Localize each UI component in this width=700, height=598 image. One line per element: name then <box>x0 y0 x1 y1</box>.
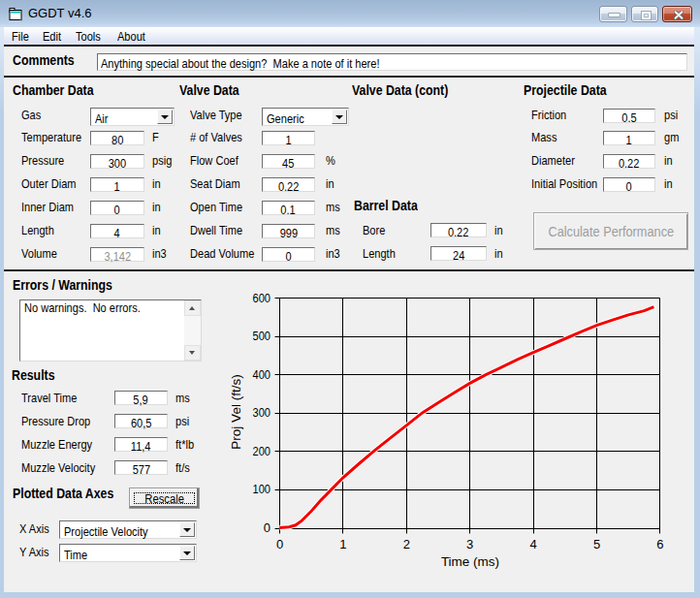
svg-text:100: 100 <box>253 482 271 496</box>
svg-text:Proj Vel (ft/s): Proj Vel (ft/s) <box>229 374 243 449</box>
svg-text:500: 500 <box>253 329 271 343</box>
svg-text:6: 6 <box>656 537 663 551</box>
svg-text:2: 2 <box>403 537 410 551</box>
svg-text:600: 600 <box>253 291 271 305</box>
svg-text:4: 4 <box>529 537 536 551</box>
svg-text:0: 0 <box>276 537 283 551</box>
svg-text:5: 5 <box>593 537 600 551</box>
svg-text:300: 300 <box>253 405 271 420</box>
svg-text:400: 400 <box>253 367 271 382</box>
svg-text:200: 200 <box>253 444 271 458</box>
svg-text:Time (ms): Time (ms) <box>441 554 499 569</box>
svg-text:0: 0 <box>264 520 270 535</box>
svg-text:3: 3 <box>466 537 473 551</box>
svg-text:1: 1 <box>339 537 346 551</box>
